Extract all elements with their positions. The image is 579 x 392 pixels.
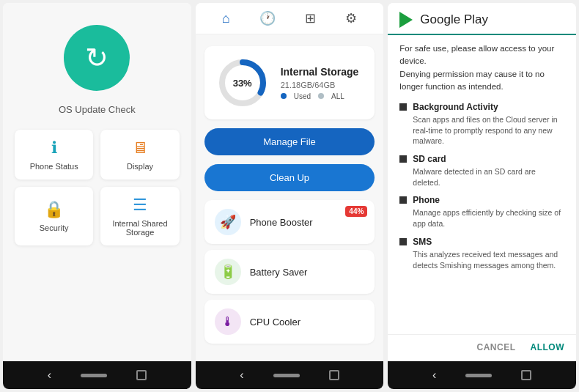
phone-status-icon: ℹ: [51, 138, 57, 158]
phone-booster-icon-circle: 🚀: [215, 209, 241, 235]
back-icon[interactable]: ‹: [48, 369, 51, 382]
permission-sms: SMS This analyzes received text messages…: [399, 237, 564, 270]
cpu-cooler-icon-circle: 🌡: [215, 308, 241, 335]
storage-card: 33% Internal Storage 21.18GB/64GB Used A…: [204, 46, 375, 119]
panel1-content: ↻ OS Update Check ℹ Phone Status 🖥 Displ…: [3, 3, 191, 361]
feature-item-cpu-cooler[interactable]: 🌡 CPU Cooler: [204, 300, 375, 344]
panel2-topbar: ⌂ 🕐 ⊞ ⚙: [196, 3, 384, 34]
perm-square-phone: [399, 196, 407, 204]
back-icon-p2[interactable]: ‹: [240, 369, 243, 382]
permission-sd-card: SD card Malware detected in an SD card a…: [399, 154, 564, 188]
gplay-actions: CANCEL ALLOW: [388, 334, 576, 361]
home-pill-p2[interactable]: [273, 374, 300, 377]
topbar-settings-icon[interactable]: ⚙: [345, 10, 357, 26]
panel2-navbar: ‹: [196, 361, 384, 389]
play-triangle-icon: [399, 12, 413, 28]
home-pill[interactable]: [81, 374, 107, 377]
phone-status-label: Phone Status: [30, 162, 78, 171]
perm-title-row-phone: Phone: [399, 195, 564, 205]
thermometer-icon: 🌡: [221, 314, 235, 330]
storage-label: Internal Shared Storage: [105, 219, 174, 237]
panel2-content: 33% Internal Storage 21.18GB/64GB Used A…: [196, 34, 384, 361]
perm-square-bg: [399, 103, 407, 111]
perm-title-bg: Background Activity: [413, 102, 498, 112]
legend-used-label: Used: [294, 92, 311, 100]
battery-saver-label: Battery Saver: [250, 267, 308, 278]
feature-item-phone-booster[interactable]: 🚀 Phone Booster 44%: [204, 200, 375, 244]
panel-google-play: Google Play For safe use, please allow a…: [388, 3, 576, 389]
panel3-navbar: ‹: [388, 361, 576, 389]
topbar-apps-icon[interactable]: ⊞: [305, 10, 316, 26]
topbar-clock-icon[interactable]: 🕐: [259, 10, 276, 26]
perm-desc-sms: This analyzes received text messages and…: [399, 249, 564, 270]
perm-title-sms: SMS: [413, 237, 432, 247]
recents-icon[interactable]: [136, 370, 147, 380]
grid-item-storage[interactable]: ☰ Internal Shared Storage: [100, 187, 179, 245]
display-icon: 🖥: [132, 138, 148, 158]
gplay-title: Google Play: [420, 12, 488, 27]
panel-storage: ⌂ 🕐 ⊞ ⚙ 33% Internal Storage 21.18GB/64G…: [196, 3, 384, 389]
phone-booster-label: Phone Booster: [250, 217, 313, 228]
perm-desc-phone: Manage apps efficiently by checking size…: [399, 207, 564, 229]
display-label: Display: [127, 162, 153, 171]
allow-button[interactable]: ALLOW: [531, 342, 565, 352]
storage-donut: 33%: [216, 56, 269, 109]
panel1-navbar: ‹: [3, 361, 191, 389]
panel-os-update: ↻ OS Update Check ℹ Phone Status 🖥 Displ…: [3, 3, 191, 389]
perm-desc-bg: Scan apps and files on the Cloud server …: [399, 114, 564, 147]
rocket-icon: 🚀: [220, 214, 236, 230]
recents-icon-p2[interactable]: [329, 370, 339, 380]
os-update-label: OS Update Check: [59, 104, 136, 115]
storage-info: Internal Storage 21.18GB/64GB Used ALL: [281, 66, 359, 100]
storage-legend: Used ALL: [281, 92, 359, 100]
permission-phone: Phone Manage apps efficiently by checkin…: [399, 195, 564, 229]
manage-file-button[interactable]: Manage File: [204, 128, 375, 155]
google-play-logo: [399, 12, 413, 28]
grid-item-security[interactable]: 🔒 Security: [15, 187, 93, 245]
recents-icon-p3[interactable]: [521, 370, 531, 380]
cpu-cooler-label: CPU Cooler: [250, 317, 300, 328]
feature-list: 🚀 Phone Booster 44% 🔋 Battery Saver 🌡 CP…: [204, 200, 375, 344]
panel3-content: Google Play For safe use, please allow a…: [388, 3, 576, 361]
storage-size: 21.18GB/64GB: [281, 81, 359, 89]
gplay-header: Google Play: [388, 3, 576, 35]
os-update-icon-circle[interactable]: ↻: [64, 25, 130, 91]
perm-title-row-sms: SMS: [399, 237, 564, 247]
feature-item-battery-saver[interactable]: 🔋 Battery Saver: [204, 250, 375, 294]
gplay-description: For safe use, please allow access to you…: [399, 42, 564, 93]
storage-icon: ☰: [133, 196, 147, 215]
storage-title: Internal Storage: [281, 66, 359, 78]
sync-icon: ↻: [85, 42, 108, 74]
perm-title-row-bg: Background Activity: [399, 102, 564, 112]
clean-up-button[interactable]: Clean Up: [204, 164, 375, 191]
cancel-button[interactable]: CANCEL: [477, 342, 516, 352]
perm-square-sms: [399, 238, 407, 245]
home-pill-p3[interactable]: [465, 374, 492, 377]
feature-grid: ℹ Phone Status 🖥 Display 🔒 Security ☰ In…: [15, 130, 180, 245]
all-dot: [318, 93, 324, 99]
perm-square-sd: [399, 155, 407, 163]
security-label: Security: [40, 223, 69, 232]
gplay-body: For safe use, please allow access to you…: [388, 35, 576, 282]
battery-saver-icon-circle: 🔋: [215, 259, 241, 285]
back-icon-p3[interactable]: ‹: [432, 369, 436, 382]
perm-title-sd: SD card: [413, 154, 446, 164]
perm-desc-sd: Malware detected in an SD card are delet…: [399, 166, 564, 188]
battery-icon: 🔋: [220, 264, 236, 280]
grid-item-display[interactable]: 🖥 Display: [100, 130, 179, 180]
topbar-home-icon[interactable]: ⌂: [222, 11, 230, 26]
storage-percent: 33%: [233, 78, 252, 89]
grid-item-phone-status[interactable]: ℹ Phone Status: [15, 130, 93, 180]
legend-all-label: ALL: [331, 92, 344, 100]
perm-title-phone: Phone: [413, 195, 440, 205]
phone-booster-badge: 44%: [345, 206, 367, 217]
perm-title-row-sd: SD card: [399, 154, 564, 164]
used-dot: [281, 93, 287, 99]
security-icon: 🔒: [44, 200, 64, 219]
permission-background-activity: Background Activity Scan apps and files …: [399, 102, 564, 147]
